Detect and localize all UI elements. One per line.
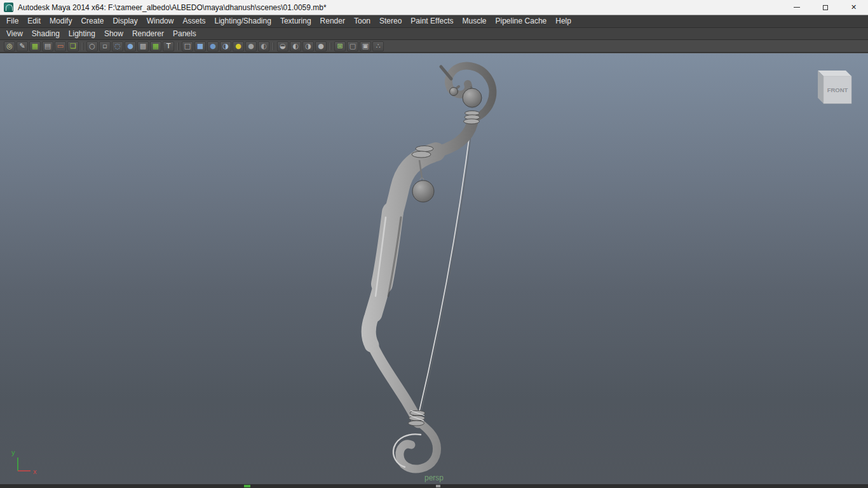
menu-item[interactable]: File: [2, 15, 23, 27]
toolbar-icon-glyph: ▣: [362, 43, 369, 50]
ambient-light-icon[interactable]: ●: [245, 41, 257, 51]
panel-menu-item[interactable]: Lighting: [64, 28, 100, 40]
two-d-pan-zoom-icon[interactable]: ◎: [4, 41, 15, 51]
toolbar-icon-glyph: ▭: [57, 43, 64, 50]
flat-light-icon[interactable]: ◐: [258, 41, 269, 51]
panel-menu-item[interactable]: Show: [100, 28, 128, 40]
menu-item[interactable]: Texturing: [276, 15, 316, 27]
menu-item[interactable]: Edit: [23, 15, 45, 27]
menu-item-label: Render: [320, 17, 345, 25]
lighting-all-icon[interactable]: ●: [207, 41, 219, 51]
toolbar-icon-glyph: ◑: [305, 43, 311, 50]
menu-item-label: Assets: [182, 17, 205, 25]
camera-name-label[interactable]: persp: [424, 473, 444, 482]
panel-menu-item[interactable]: Renderer: [128, 28, 168, 40]
toolbar-icon-glyph: ▢: [349, 43, 356, 50]
menu-item[interactable]: Render: [316, 15, 349, 27]
toolbar-icon-glyph: ◎: [6, 43, 13, 50]
main-menu-bar: File Edit Modify Create Display Window A…: [0, 15, 868, 28]
points-icon[interactable]: ▫: [99, 41, 111, 51]
menu-item[interactable]: Modify: [45, 15, 76, 27]
menu-item[interactable]: Lighting/Shading: [210, 15, 275, 27]
toolbar-icon-glyph: ●: [210, 43, 216, 50]
panel-menu-item-label: View: [6, 29, 23, 38]
panel-menu-bar: View Shading Lighting Show Renderer Pane…: [0, 28, 868, 40]
panel-menu-item[interactable]: Shading: [27, 28, 64, 40]
close-icon: ✕: [851, 3, 857, 11]
dhanush-bow-model[interactable]: [0, 53, 868, 484]
menu-item[interactable]: Window: [142, 15, 179, 27]
grid-icon[interactable]: ▦: [29, 41, 41, 51]
view-cube[interactable]: FRONT: [812, 67, 859, 109]
menu-item-label: Modify: [50, 17, 72, 25]
menu-item[interactable]: Create: [76, 15, 108, 27]
film-gate-icon[interactable]: ▤: [42, 41, 53, 51]
toolbar-icon-glyph: ▦: [32, 43, 38, 50]
toolbar-icon-glyph: ▤: [44, 43, 51, 50]
menu-item[interactable]: Muscle: [458, 15, 491, 27]
menu-item[interactable]: Display: [108, 15, 142, 27]
toolbar-icon-glyph: ○: [89, 43, 95, 50]
menu-item[interactable]: Stereo: [375, 15, 406, 27]
depth-of-field-icon[interactable]: ●: [315, 41, 327, 51]
menu-item[interactable]: Toon: [349, 15, 375, 27]
panel-menu-item[interactable]: Panels: [168, 28, 201, 40]
perspective-viewport[interactable]: FRONT y x persp: [0, 53, 868, 484]
menu-item-label: Lighting/Shading: [214, 17, 271, 25]
menu-item-label: Toon: [354, 17, 370, 25]
restore-icon: [823, 5, 828, 10]
lighting-none-icon[interactable]: □: [182, 41, 193, 51]
isolate-select-icon[interactable]: ⊞: [334, 41, 346, 51]
separator: [330, 43, 331, 50]
menu-item-label: Display: [112, 17, 137, 25]
grease-pencil-icon[interactable]: ✎: [17, 41, 28, 51]
textured-icon[interactable]: ▦: [150, 41, 161, 51]
panel-menu-item-label: Panels: [173, 29, 196, 38]
bow-string: [417, 123, 473, 423]
resolution-gate-icon[interactable]: ▭: [55, 41, 66, 51]
shadows-icon[interactable]: ◑: [220, 41, 231, 51]
menu-item-label: Stereo: [379, 17, 402, 25]
wireframe-sphere-icon[interactable]: ◌: [112, 41, 123, 51]
panel-menu-item-label: Renderer: [132, 29, 164, 38]
menu-item[interactable]: Paint Effects: [406, 15, 458, 27]
panel-menu-item[interactable]: View: [2, 28, 27, 40]
gate-mask-icon[interactable]: ❏: [67, 41, 79, 51]
window-controls: ✕: [782, 0, 868, 15]
restore-button[interactable]: [811, 0, 839, 15]
timeline-playhead[interactable]: [244, 485, 250, 487]
maya-window: Autodesk Maya 2014 x64: F:\zameer_albedo…: [0, 0, 868, 488]
origin-axis-indicator: y x: [9, 447, 47, 478]
use-all-lights-icon[interactable]: ●: [233, 41, 244, 51]
view-cube-left-face[interactable]: [818, 71, 824, 104]
xray-joints-icon[interactable]: ▣: [360, 41, 371, 51]
minimize-button[interactable]: [782, 0, 811, 15]
toolbar-icon-glyph: ▫: [102, 43, 107, 50]
minimize-icon: [794, 7, 800, 8]
panel-menu-item-label: Show: [104, 29, 123, 38]
xray-icon[interactable]: ▢: [347, 41, 358, 51]
timeline-tick: [436, 485, 440, 487]
toolbar-icon-glyph: ▦: [153, 43, 159, 50]
smooth-shade-icon[interactable]: ●: [125, 41, 136, 51]
texture-toggle-icon[interactable]: T: [163, 41, 174, 51]
timeline-edge-strip: [0, 484, 868, 488]
view-cube-front-label: FRONT: [827, 86, 848, 93]
menu-item-label: Pipeline Cache: [496, 17, 547, 25]
menu-item[interactable]: Help: [551, 15, 576, 27]
toolbar-icon-glyph: ●: [127, 43, 133, 50]
motion-blur-icon[interactable]: ◑: [302, 41, 314, 51]
wireframe-icon[interactable]: ○: [86, 41, 98, 51]
menu-item[interactable]: Assets: [178, 15, 210, 27]
plugin-nodes-icon[interactable]: ∴: [372, 41, 384, 51]
shadow-toggle-icon[interactable]: ◒: [277, 41, 288, 51]
flat-shade-icon[interactable]: ▩: [137, 41, 149, 51]
ssao-icon[interactable]: ◐: [290, 41, 301, 51]
separator: [177, 43, 179, 50]
lighting-default-icon[interactable]: ■: [194, 41, 206, 51]
view-cube-top-face[interactable]: [818, 71, 851, 76]
close-button[interactable]: ✕: [839, 0, 868, 15]
menu-item[interactable]: Pipeline Cache: [491, 15, 552, 27]
toolbar-icon-glyph: ●: [248, 43, 254, 50]
toolbar-icon-glyph: ●: [318, 43, 324, 50]
